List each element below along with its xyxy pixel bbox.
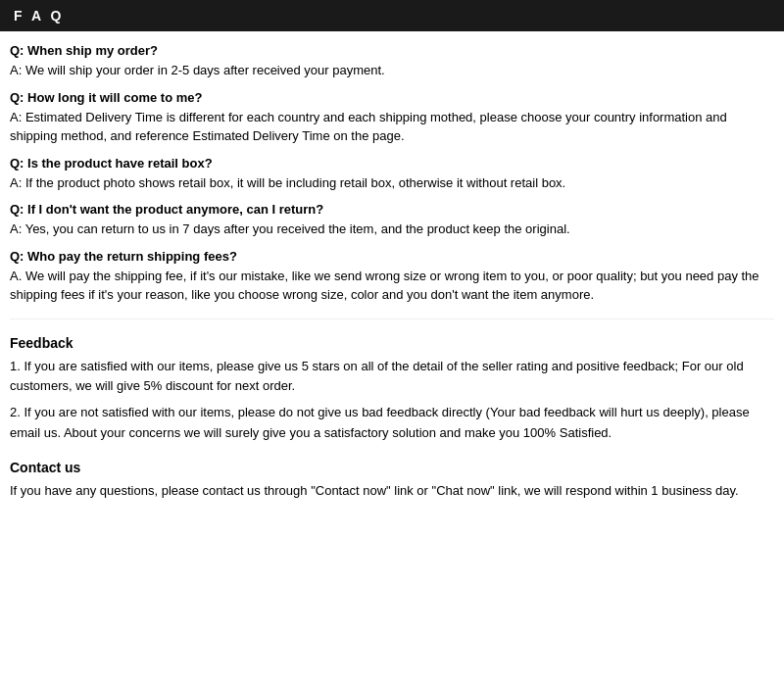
- feedback-item-2: 2. If you are not satisfied with our ite…: [10, 403, 774, 444]
- faq-question-3: Q: Is the product have retail box?: [10, 156, 774, 171]
- faq-answer-3: A: If the product photo shows retail box…: [10, 173, 774, 193]
- faq-item-5: Q: Who pay the return shipping fees? A. …: [10, 249, 774, 305]
- faq-question-4: Q: If I don't want the product anymore, …: [10, 202, 774, 217]
- faq-section: Q: When ship my order? A: We will ship y…: [10, 43, 774, 305]
- faq-item-3: Q: Is the product have retail box? A: If…: [10, 156, 774, 193]
- faq-title: F A Q: [14, 8, 64, 24]
- faq-item-4: Q: If I don't want the product anymore, …: [10, 202, 774, 239]
- faq-header: F A Q: [0, 0, 784, 31]
- main-content: Q: When ship my order? A: We will ship y…: [0, 41, 784, 516]
- faq-answer-4: A: Yes, you can return to us in 7 days a…: [10, 220, 774, 239]
- contact-title: Contact us: [10, 460, 774, 475]
- feedback-section: Feedback 1. If you are satisfied with ou…: [10, 335, 774, 444]
- faq-question-5: Q: Who pay the return shipping fees?: [10, 249, 774, 264]
- faq-question-2: Q: How long it will come to me?: [10, 90, 774, 105]
- faq-item-1: Q: When ship my order? A: We will ship y…: [10, 43, 774, 80]
- faq-answer-2: A: Estimated Delivery Time is different …: [10, 108, 774, 146]
- section-divider: [10, 318, 774, 319]
- faq-item-2: Q: How long it will come to me? A: Estim…: [10, 90, 774, 146]
- feedback-title: Feedback: [10, 335, 774, 351]
- faq-question-1: Q: When ship my order?: [10, 43, 774, 58]
- contact-section: Contact us If you have any questions, pl…: [10, 460, 774, 502]
- feedback-item-1: 1. If you are satisfied with our items, …: [10, 357, 774, 398]
- contact-text: If you have any questions, please contac…: [10, 481, 774, 502]
- faq-answer-5: A. We will pay the shipping fee, if it's…: [10, 267, 774, 305]
- faq-answer-1: A: We will ship your order in 2-5 days a…: [10, 61, 774, 80]
